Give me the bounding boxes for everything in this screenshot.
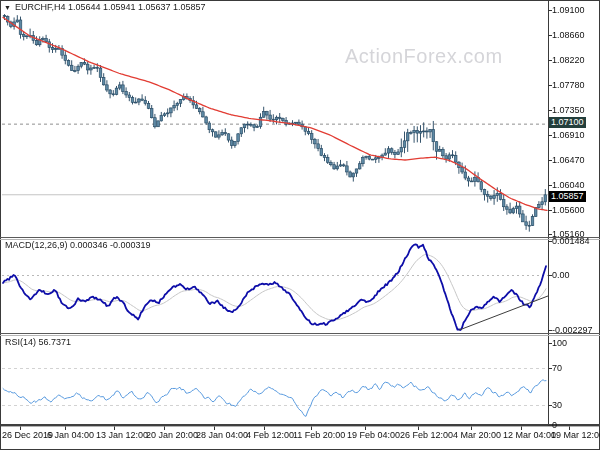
macd-axis-label: -0.002297	[552, 325, 593, 336]
chart-title-bar: ▼ EURCHF,H4 1.05644 1.05941 1.05637 1.05…	[4, 2, 206, 12]
price-axis-label: 1.06910	[552, 130, 585, 141]
time-axis-label: 26 Dec 2019	[2, 430, 53, 440]
price-axis-label: 1.07100	[549, 117, 586, 128]
chart-title: EURCHF,H4 1.05644 1.05941 1.05637 1.0585…	[15, 2, 206, 12]
macd-indicator-label: MACD(12,26,9) 0.000346 -0.000319	[5, 240, 151, 250]
price-axis-label: 1.06470	[552, 155, 585, 166]
time-axis-label: 4 Feb 12:00	[246, 430, 294, 440]
rsi-indicator-label: RSI(14) 56.7371	[5, 337, 71, 347]
time-axis-label: 13 Jan 12:00	[96, 430, 148, 440]
price-axis-label: 1.07350	[552, 105, 585, 116]
time-axis-label: 26 Feb 12:00	[400, 430, 453, 440]
rsi-axis-label: 100	[552, 338, 567, 349]
price-axis-label: 1.07780	[552, 80, 585, 91]
time-axis-label: 11 Feb 20:00	[293, 430, 345, 440]
macd-axis-label: 0.001484	[552, 236, 590, 247]
price-axis-label: 1.05857	[549, 191, 586, 202]
time-axis-label: 19 Mar 12:00	[551, 430, 600, 440]
price-axis-label: 1.08220	[552, 55, 585, 66]
time-axis-label: 28 Jan 04:00	[196, 430, 248, 440]
time-axis-label: 20 Jan 20:00	[146, 430, 198, 440]
time-axis-label: 4 Mar 20:00	[453, 430, 501, 440]
time-axis-label: 6 Jan 04:00	[47, 430, 94, 440]
watermark: ActionForex.com	[345, 45, 503, 68]
price-chart-canvas	[0, 0, 600, 450]
rsi-axis-label: 70	[552, 363, 562, 374]
time-axis-label: 12 Mar 04:00	[503, 430, 556, 440]
chart-window: ActionForex.com ▼ EURCHF,H4 1.05644 1.05…	[0, 0, 600, 450]
price-axis-label: 1.08660	[552, 30, 585, 41]
price-axis-label: 1.05600	[552, 205, 585, 216]
macd-axis-label: 0.00	[552, 270, 570, 281]
price-axis-label: 1.06040	[552, 180, 585, 191]
time-axis-label: 19 Feb 04:00	[347, 430, 400, 440]
symbol-dropdown-icon[interactable]: ▼	[4, 3, 11, 12]
price-axis-label: 1.09100	[552, 5, 585, 16]
rsi-axis-label: 30	[552, 400, 562, 411]
